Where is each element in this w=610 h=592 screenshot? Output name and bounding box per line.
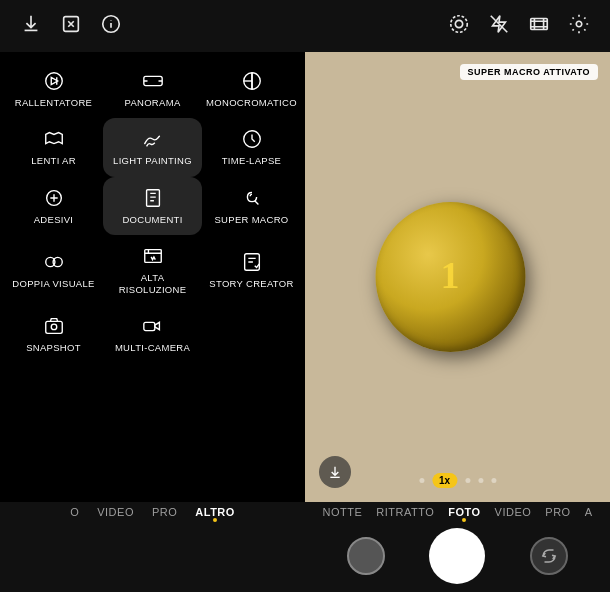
zoom-dot-3 <box>478 478 483 483</box>
zoom-controls: 1x <box>419 473 496 488</box>
toolbar-left <box>20 13 122 40</box>
tab-video-left2[interactable]: VIDEO <box>97 506 134 518</box>
mode-super-macro[interactable]: SUPER MACRO <box>202 177 301 235</box>
thumbnail-preview[interactable] <box>347 537 385 575</box>
camera-view: SUPER MACRO ATTIVATO 1x <box>305 52 610 502</box>
mode-label-ar: LENTI AR <box>31 155 76 166</box>
mode-ar[interactable]: LENTI AR <box>4 118 103 176</box>
coin-subject <box>375 202 525 352</box>
top-toolbar <box>0 0 610 52</box>
tab-video-right[interactable]: VIDEO <box>495 506 532 518</box>
macro-badge: SUPER MACRO ATTIVATO <box>460 64 599 80</box>
flip-camera-button[interactable] <box>530 537 568 575</box>
tab-ritratto[interactable]: RITRATTO <box>376 506 434 518</box>
left-mode-tabs: O VIDEO PRO ALTRO <box>0 502 305 522</box>
right-mode-tabs: NOTTE RITRATTO FOTO VIDEO PRO A <box>305 502 610 522</box>
mode-highres[interactable]: ALTA RISOLUZIONE <box>103 235 202 305</box>
mode-story-creator[interactable]: STORY CREATOR <box>202 235 301 305</box>
mode-label-snapshot: SNAPSHOT <box>26 342 81 353</box>
svg-point-6 <box>576 21 582 27</box>
zoom-level[interactable]: 1x <box>432 473 457 488</box>
tab-video-left[interactable]: O <box>70 506 79 518</box>
film-icon[interactable] <box>528 13 550 40</box>
mode-snapshot[interactable]: SNAPSHOT <box>4 305 103 363</box>
right-panel: SUPER MACRO ATTIVATO 1x <box>305 52 610 502</box>
mode-label-panorama: PANORAMA <box>124 97 180 108</box>
mode-label-dual: DOPPIA VISUALE <box>12 278 94 289</box>
mode-rallentatore[interactable]: RALLENTATORE <box>4 60 103 118</box>
tab-pro-right[interactable]: PRO <box>545 506 570 518</box>
bottom-bar: O VIDEO PRO ALTRO NOTTE RITRATTO FOTO VI… <box>0 502 610 592</box>
mode-label-rallentatore: RALLENTATORE <box>15 97 93 108</box>
svg-rect-19 <box>143 322 154 330</box>
tab-foto[interactable]: FOTO <box>448 506 480 518</box>
tab-notte[interactable]: NOTTE <box>322 506 362 518</box>
focus-icon[interactable] <box>448 13 470 40</box>
mode-label-mono: MONOCROMATICO <box>206 97 297 108</box>
mode-label-story: STORY CREATOR <box>209 278 293 289</box>
mode-tabs-row: O VIDEO PRO ALTRO NOTTE RITRATTO FOTO VI… <box>0 502 610 522</box>
svg-point-2 <box>455 20 462 27</box>
download-icon[interactable] <box>20 13 42 40</box>
svg-point-18 <box>51 324 57 330</box>
tab-a-right[interactable]: A <box>585 506 593 518</box>
tab-pro-left[interactable]: PRO <box>152 506 177 518</box>
mode-label-documenti: DOCUMENTI <box>122 214 182 225</box>
svg-point-7 <box>45 73 62 90</box>
mode-stickers[interactable]: ADESIVI <box>4 177 103 235</box>
mode-label-timelapse: TIME-LAPSE <box>222 155 282 166</box>
mode-label-highres: ALTA RISOLUZIONE <box>107 272 198 295</box>
mode-dual[interactable]: DOPPIA VISUALE <box>4 235 103 305</box>
mode-documenti[interactable]: DOCUMENTI <box>103 177 202 235</box>
svg-rect-17 <box>45 321 62 333</box>
tab-altro-left[interactable]: ALTRO <box>195 506 235 518</box>
share-icon[interactable] <box>60 13 82 40</box>
info-icon[interactable] <box>100 13 122 40</box>
download-button[interactable] <box>319 456 351 488</box>
svg-rect-12 <box>146 190 159 207</box>
svg-rect-5 <box>531 18 548 29</box>
mode-time-lapse[interactable]: TIME-LAPSE <box>202 118 301 176</box>
zoom-dot-2 <box>465 478 470 483</box>
mode-label-multicam: MULTI-CAMERA <box>115 342 190 353</box>
mode-label-light-painting: LIGHT PAINTING <box>113 155 192 166</box>
zoom-dot-1 <box>419 478 424 483</box>
mode-label-stickers: ADESIVI <box>34 214 74 225</box>
toolbar-right <box>448 13 590 40</box>
settings-icon[interactable] <box>568 13 590 40</box>
camera-controls-row <box>0 522 610 592</box>
flash-off-icon[interactable] <box>488 13 510 40</box>
mode-panorama[interactable]: PANORAMA <box>103 60 202 118</box>
mode-grid: RALLENTATORE PANORAMA MONOCROMATICO LENT… <box>0 60 305 363</box>
mode-light-painting[interactable]: LIGHT PAINTING <box>103 118 202 176</box>
svg-rect-15 <box>144 250 161 263</box>
mode-multicam[interactable]: MULTI-CAMERA <box>103 305 202 363</box>
left-panel: RALLENTATORE PANORAMA MONOCROMATICO LENT… <box>0 52 305 502</box>
svg-point-3 <box>451 15 468 32</box>
camera-controls-right <box>305 528 610 584</box>
zoom-dot-4 <box>491 478 496 483</box>
main-area: RALLENTATORE PANORAMA MONOCROMATICO LENT… <box>0 52 610 502</box>
shutter-button[interactable] <box>429 528 485 584</box>
mode-mono[interactable]: MONOCROMATICO <box>202 60 301 118</box>
mode-label-macro: SUPER MACRO <box>214 214 288 225</box>
